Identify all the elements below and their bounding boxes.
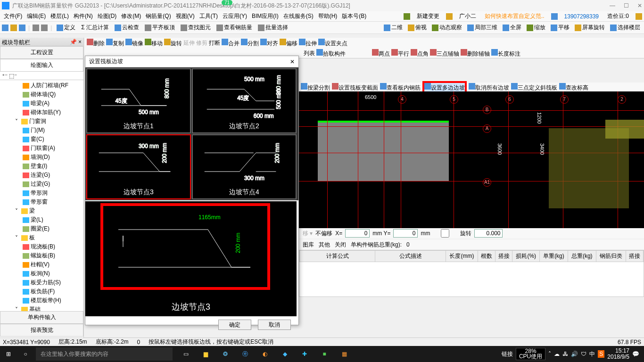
edit-elev-btn[interactable]: 查改标高	[559, 83, 588, 92]
tray-sogou-icon[interactable]: S	[598, 350, 604, 358]
copy-btn[interactable]: 复制	[106, 39, 124, 48]
tree-group[interactable]: ˅门窗洞	[2, 117, 82, 126]
dialog-close-icon[interactable]: ✕	[290, 58, 295, 65]
tray-clock[interactable]: 15:172018/9/5	[607, 348, 629, 360]
parallel-btn[interactable]: 平行	[391, 49, 409, 58]
tree-item[interactable]: 螺旋板(B)	[2, 251, 82, 260]
tree-group[interactable]: ˅基础	[2, 305, 82, 311]
tree-item[interactable]: 壁龛(I)	[2, 162, 82, 171]
slope-thumb-1[interactable]: 45度500 mm800 mm 边坡节点1	[86, 68, 191, 133]
slope-thumb-4[interactable]: 300 mm200 mm 边坡节点4	[192, 134, 297, 199]
tray-vol-icon[interactable]: 🔊	[571, 351, 578, 357]
menu-draw[interactable]: 绘图(D)	[96, 11, 119, 21]
define-btn[interactable]: 定义	[55, 23, 77, 33]
shift-select[interactable]: 不偏移	[315, 230, 332, 238]
slope-thumb-2[interactable]: 500 mm45度600 mm300 mm500 mm 边坡节点2	[192, 68, 297, 133]
sum-btn[interactable]: Σ 汇总计算	[79, 23, 111, 33]
other-btn[interactable]: 其他	[319, 241, 330, 249]
2d-btn[interactable]: 二维	[382, 23, 405, 33]
tree-item[interactable]: 门联窗(A)	[2, 144, 82, 153]
tree-item[interactable]: 板负筋(F)	[2, 287, 82, 296]
batch-select-btn[interactable]: 批量选择	[256, 23, 290, 33]
tab-draw[interactable]: 绘图输入	[0, 59, 83, 72]
redo-icon[interactable]	[41, 25, 48, 31]
tree-item[interactable]: 暗梁(A)	[2, 99, 82, 108]
undo-icon[interactable]	[33, 25, 39, 31]
tree-item[interactable]: 人防门框墙(RF	[2, 81, 82, 90]
tree-item[interactable]: 现浇板(B)	[2, 242, 82, 251]
close-btn[interactable]: 关闭	[335, 241, 346, 249]
close-icon[interactable]: ✕	[637, 2, 642, 9]
menu-online[interactable]: 在线服务(S)	[281, 11, 315, 21]
account-link[interactable]: 13907298339	[562, 12, 601, 21]
tray-net-icon[interactable]: 🖧	[562, 351, 568, 357]
x-input[interactable]	[345, 229, 370, 238]
tab-single-input[interactable]: 单构件输入	[0, 311, 83, 324]
tree-item[interactable]: 墙洞(D)	[2, 153, 82, 162]
task-app1[interactable]: ❂	[216, 347, 235, 361]
tray-ime[interactable]: 中	[589, 350, 595, 358]
pin-icon[interactable]: 📌 ×	[70, 39, 82, 45]
delete-btn[interactable]: 删除	[87, 39, 105, 48]
tree-mode-btns[interactable]: ⁺⁻ ⬚⁻	[0, 72, 83, 80]
screen-rotate-btn[interactable]: 屏幕旋转	[573, 23, 607, 33]
dim-btn[interactable]: 长度标注	[491, 49, 520, 58]
zoom-btn[interactable]: 缩放	[525, 23, 547, 33]
offset-btn[interactable]: 偏移	[280, 39, 297, 48]
new-change-btn[interactable]: 新建变更	[415, 11, 441, 21]
fullscreen-btn[interactable]: 全屏	[501, 23, 523, 33]
tree-item[interactable]: 过梁(G)	[2, 180, 82, 189]
task-taskview[interactable]: ▭	[176, 347, 195, 361]
tree-item[interactable]: 板洞(N)	[2, 269, 82, 278]
twopt-btn[interactable]: 两点	[372, 49, 390, 58]
align-top-btn[interactable]: 平齐板顶	[143, 23, 177, 33]
tree-item[interactable]: 带形洞	[2, 189, 82, 197]
orbit-btn[interactable]: 动态观察	[430, 23, 464, 33]
task-explorer[interactable]: ▆	[196, 347, 215, 361]
tree-item[interactable]: 窗(C)	[2, 135, 82, 144]
stretch-btn[interactable]: 拉伸	[299, 39, 317, 48]
rotate-checkbox[interactable]	[433, 229, 457, 238]
mirror-btn[interactable]: 镜像	[125, 39, 143, 48]
menu-edit[interactable]: 编辑(E)	[25, 11, 48, 21]
menu-floor[interactable]: 楼层(L)	[49, 11, 71, 21]
save-icon[interactable]	[19, 25, 25, 31]
slope-thumb-3[interactable]: 300 mm200 mm 边坡节点3	[86, 134, 191, 199]
extend-btn[interactable]: 延伸	[183, 39, 195, 47]
tray-cloud-icon[interactable]: ☁	[554, 351, 560, 357]
tree-group[interactable]: ˅板	[2, 233, 82, 242]
menu-help[interactable]: 帮助(H)	[316, 11, 339, 21]
menu-view[interactable]: 视图(V)	[174, 11, 197, 21]
tree-item[interactable]: 门(M)	[2, 126, 82, 135]
new-icon[interactable]	[2, 25, 8, 31]
tree-item[interactable]: 砌体墙(Q)	[2, 90, 82, 99]
task-app4[interactable]: ✚	[295, 347, 314, 361]
y-input[interactable]	[393, 229, 418, 238]
rotate-input[interactable]	[474, 229, 503, 238]
tree-group[interactable]: ˅梁	[2, 206, 82, 215]
tray-notif-icon[interactable]: 💬	[632, 351, 639, 357]
tree-item[interactable]: 圈梁(E)	[2, 224, 82, 233]
tray-shield-icon[interactable]: 🛡	[581, 351, 586, 357]
split-btn[interactable]: 分割	[241, 39, 259, 48]
delaxis-btn[interactable]: 删除辅轴	[461, 49, 490, 58]
align-btn[interactable]: 对齐	[260, 39, 278, 48]
cortana-icon[interactable]: ○	[17, 346, 34, 362]
search-input[interactable]: 在这里输入你要搜索的内容	[36, 347, 173, 361]
topview-btn[interactable]: 俯视	[406, 23, 429, 33]
task-edge[interactable]: ⓔ	[236, 347, 255, 361]
threept-btn[interactable]: 三点辅轴	[430, 49, 459, 58]
tree-item[interactable]: 柱帽(V)	[2, 260, 82, 269]
merge-btn[interactable]: 合并	[222, 39, 239, 48]
tray-cpu[interactable]: 28%CPU使用	[516, 348, 545, 360]
break-btn[interactable]: 打断	[209, 39, 220, 47]
pick-btn[interactable]: 拾取构件	[316, 49, 346, 58]
view-inner-rebar-btn[interactable]: 查看板内钢筋	[380, 83, 421, 92]
select-floor-btn[interactable]: 选择楼层	[608, 23, 642, 33]
tree-item[interactable]: 砌体加筋(Y)	[2, 108, 82, 117]
task-chrome[interactable]: ◐	[256, 347, 274, 361]
tree-item[interactable]: 板受力筋(S)	[2, 278, 82, 287]
threept-slope-btn[interactable]: 三点定义斜筏板	[511, 83, 557, 92]
ok-button[interactable]: 确定	[218, 320, 251, 330]
tray-up-icon[interactable]: ˄	[548, 351, 551, 357]
